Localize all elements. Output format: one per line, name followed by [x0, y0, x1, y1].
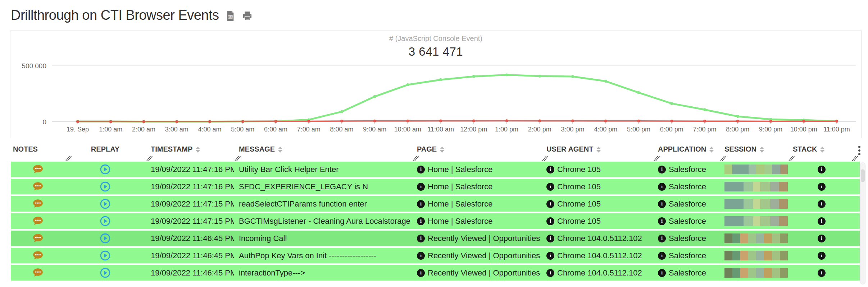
user-agent-cell: iChrome 104.0.5112.102: [541, 251, 653, 260]
timestamp-cell: 19/09/2022 11:46:45 PM ...: [146, 268, 234, 278]
info-icon[interactable]: i: [417, 217, 425, 225]
info-icon[interactable]: i: [546, 235, 554, 242]
timestamp-cell: 19/09/2022 11:47:15 PM ...: [146, 199, 234, 209]
info-icon[interactable]: i: [417, 252, 425, 260]
info-icon[interactable]: i: [658, 217, 666, 225]
column-header-user-agent[interactable]: USER AGENT: [541, 143, 653, 162]
notes-speech-bubble-icon[interactable]: [32, 233, 44, 244]
x-axis-tick-label: 6:00 pm: [660, 126, 683, 133]
sort-icon[interactable]: [278, 147, 282, 153]
message-cell: Incoming Call: [234, 234, 412, 243]
x-axis-tick-label: 4:00 am: [198, 126, 221, 133]
notes-speech-bubble-icon[interactable]: [32, 199, 44, 209]
column-header-page[interactable]: PAGE: [412, 143, 541, 162]
stack-cell: i: [788, 183, 858, 191]
stack-cell: i: [788, 269, 858, 277]
line-chart[interactable]: 0500 00019. Sep1:00 am2:00 am3:00 am4:00…: [10, 31, 861, 138]
table-row[interactable]: 19/09/2022 11:47:15 PM ...BGCTIMsgListen…: [11, 213, 860, 229]
sort-icon[interactable]: [820, 147, 824, 153]
column-label: APPLICATION: [658, 145, 706, 153]
notes-cell: [11, 216, 65, 226]
info-icon[interactable]: i: [658, 166, 666, 173]
sort-icon[interactable]: [196, 147, 200, 153]
column-resize-handle[interactable]: [413, 156, 418, 161]
column-resize-handle[interactable]: [65, 156, 71, 161]
session-cell: [719, 268, 788, 278]
notes-speech-bubble-icon[interactable]: [32, 165, 44, 175]
print-icon[interactable]: [242, 10, 253, 22]
info-icon[interactable]: i: [546, 217, 554, 225]
timestamp-cell: 19/09/2022 11:46:45 PM ...: [146, 234, 234, 243]
sort-icon[interactable]: [709, 147, 714, 153]
info-icon[interactable]: i: [546, 166, 554, 173]
column-resize-handle[interactable]: [146, 156, 152, 161]
column-resize-handle[interactable]: [720, 156, 726, 161]
info-icon[interactable]: i: [658, 269, 666, 277]
application-cell: iSalesforce: [653, 199, 719, 209]
info-icon[interactable]: i: [818, 235, 826, 242]
info-icon[interactable]: i: [818, 252, 826, 260]
notes-speech-bubble-icon[interactable]: [32, 268, 44, 278]
scrollbar-thumb[interactable]: [861, 169, 865, 182]
table-row[interactable]: 19/09/2022 11:46:45 PM ...interactionTyp…: [11, 265, 860, 281]
replay-play-icon[interactable]: [100, 164, 110, 175]
column-resize-handle[interactable]: [542, 156, 548, 161]
page-value: Home | Salesforce: [428, 199, 493, 209]
column-header-application[interactable]: APPLICATION: [653, 143, 719, 162]
export-csv-icon[interactable]: CSV: [226, 10, 235, 22]
replay-cell: [65, 216, 146, 226]
info-icon[interactable]: i: [818, 183, 826, 191]
info-icon[interactable]: i: [417, 235, 425, 242]
x-axis-tick-label: 2:00 am: [132, 126, 155, 133]
column-header-timestamp[interactable]: TIMESTAMP: [146, 143, 234, 162]
info-icon[interactable]: i: [658, 252, 666, 260]
x-axis-tick-label: 9:00 am: [363, 126, 386, 133]
info-icon[interactable]: i: [818, 200, 826, 208]
column-header-message[interactable]: MESSAGE: [234, 143, 412, 162]
replay-play-icon[interactable]: [100, 233, 110, 244]
replay-play-icon[interactable]: [100, 268, 110, 278]
table-row[interactable]: 19/09/2022 11:47:16 PM ...SFDC_EXPERIENC…: [11, 179, 860, 194]
x-axis-tick-label: 11:00 pm: [823, 126, 850, 133]
column-header-stack[interactable]: STACK: [788, 143, 858, 162]
column-resize-handle[interactable]: [235, 156, 240, 161]
table-row[interactable]: 19/09/2022 11:47:16 PM ...Utility Bar Cl…: [11, 162, 860, 177]
info-icon[interactable]: i: [658, 200, 666, 208]
info-icon[interactable]: i: [658, 183, 666, 191]
notes-speech-bubble-icon[interactable]: [32, 182, 44, 192]
info-icon[interactable]: i: [818, 166, 826, 173]
sort-icon[interactable]: [760, 147, 764, 153]
info-icon[interactable]: i: [546, 183, 554, 191]
replay-play-icon[interactable]: [100, 181, 110, 192]
message-cell: BGCTIMsgListener - Cleaning Aura Localst…: [234, 217, 412, 226]
replay-play-icon[interactable]: [100, 199, 110, 209]
page-value: Home | Salesforce: [428, 165, 493, 174]
notes-speech-bubble-icon[interactable]: [32, 251, 44, 261]
session-cell: [719, 216, 788, 226]
column-header-session[interactable]: SESSION: [719, 143, 788, 162]
vertical-scrollbar[interactable]: [860, 162, 865, 284]
column-resize-handle[interactable]: [654, 156, 659, 161]
table-row[interactable]: 19/09/2022 11:47:15 PM ...readSelectCTIP…: [11, 196, 860, 212]
info-icon[interactable]: i: [546, 252, 554, 260]
info-icon[interactable]: i: [658, 235, 666, 242]
info-icon[interactable]: i: [818, 217, 826, 225]
notes-speech-bubble-icon[interactable]: [32, 216, 44, 226]
info-icon[interactable]: i: [417, 166, 425, 173]
sort-icon[interactable]: [440, 147, 444, 153]
info-icon[interactable]: i: [818, 269, 826, 277]
info-icon[interactable]: i: [417, 200, 425, 208]
info-icon[interactable]: i: [546, 200, 554, 208]
info-icon[interactable]: i: [417, 269, 425, 277]
table-row[interactable]: 19/09/2022 11:46:45 PM ...AuthPop Key Va…: [11, 248, 860, 263]
application-value: Salesforce: [669, 234, 706, 243]
user-agent-value: Chrome 105: [557, 199, 601, 209]
table-row[interactable]: 19/09/2022 11:46:45 PM ...Incoming Calli…: [11, 231, 860, 246]
column-resize-handle[interactable]: [789, 156, 794, 161]
info-icon[interactable]: i: [546, 269, 554, 277]
application-value: Salesforce: [669, 199, 706, 209]
info-icon[interactable]: i: [417, 183, 425, 191]
replay-play-icon[interactable]: [100, 216, 110, 226]
replay-play-icon[interactable]: [100, 250, 110, 261]
sort-icon[interactable]: [596, 147, 601, 153]
